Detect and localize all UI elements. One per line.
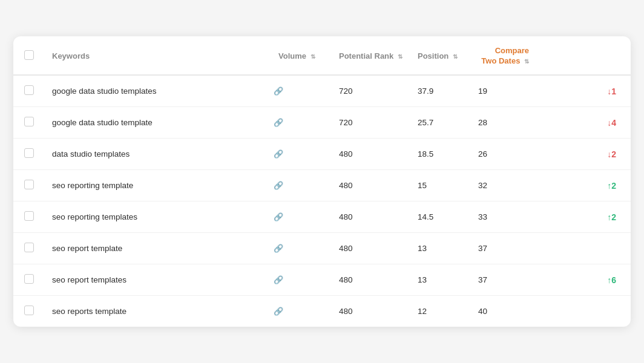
row-link-icon-cell[interactable]: 🔗: [271, 170, 332, 201]
link-icon[interactable]: 🔗: [274, 275, 283, 284]
compare-value: 2: [611, 181, 616, 191]
col-position-label: Position: [418, 51, 448, 60]
compare-value: 2: [611, 212, 616, 222]
table-row: google data studio templates🔗72037.919↓1: [13, 75, 631, 107]
row-link-icon-cell[interactable]: 🔗: [271, 201, 332, 233]
row-checkbox[interactable]: [24, 306, 34, 315]
row-checkbox[interactable]: [24, 117, 34, 126]
select-all-checkbox[interactable]: [24, 50, 34, 60]
row-keyword: google data studio templates: [41, 75, 271, 107]
row-potential-rank: 25.7: [410, 107, 471, 139]
row-volume: 480: [332, 296, 410, 327]
row-compare: ↓4: [544, 107, 631, 139]
row-volume: 480: [332, 170, 410, 201]
row-keyword: seo report template: [41, 233, 271, 264]
row-compare: ↓1: [544, 75, 631, 107]
row-link-icon-cell[interactable]: 🔗: [271, 75, 332, 107]
row-potential-rank: 15: [410, 170, 471, 201]
row-checkbox-cell: [13, 75, 41, 107]
row-compare: ↓2: [544, 139, 631, 170]
potential-sort-icon: ⇅: [398, 53, 402, 60]
row-checkbox[interactable]: [24, 274, 34, 284]
row-link-icon-cell[interactable]: 🔗: [271, 296, 332, 327]
table-row: google data studio template🔗72025.728↓4: [13, 107, 631, 139]
link-icon[interactable]: 🔗: [274, 181, 283, 190]
row-checkbox-cell: [13, 233, 41, 264]
col-header-position[interactable]: Position ⇅: [410, 36, 471, 76]
row-checkbox[interactable]: [24, 148, 34, 158]
link-icon[interactable]: 🔗: [274, 307, 283, 316]
table-row: seo reporting templates🔗48014.533↑2: [13, 201, 631, 233]
row-potential-rank: 14.5: [410, 201, 471, 233]
row-checkbox-cell: [13, 264, 41, 296]
compare-value: 2: [611, 149, 616, 159]
link-icon[interactable]: 🔗: [274, 212, 283, 221]
row-checkbox[interactable]: [24, 211, 34, 221]
row-link-icon-cell[interactable]: 🔗: [271, 139, 332, 170]
link-icon[interactable]: 🔗: [274, 149, 283, 159]
table-row: seo reporting template🔗4801532↑2: [13, 170, 631, 201]
table-row: seo report templates🔗4801337↑6: [13, 264, 631, 296]
row-link-icon-cell[interactable]: 🔗: [271, 264, 332, 296]
table-row: seo report template🔗4801337: [13, 233, 631, 264]
row-compare: [544, 296, 631, 327]
row-checkbox[interactable]: [24, 243, 34, 252]
row-position: 19: [471, 75, 544, 107]
row-keyword: seo report templates: [41, 264, 271, 296]
row-position: 28: [471, 107, 544, 139]
compare-value: 6: [611, 275, 616, 285]
row-link-icon-cell[interactable]: 🔗: [271, 107, 332, 139]
row-compare: [544, 233, 631, 264]
row-potential-rank: 37.9: [410, 75, 471, 107]
row-volume: 720: [332, 75, 410, 107]
row-checkbox-cell: [13, 107, 41, 139]
row-keyword: data studio templates: [41, 139, 271, 170]
row-position: 32: [471, 170, 544, 201]
row-position: 37: [471, 233, 544, 264]
col-header-keywords: Keywords: [41, 36, 271, 76]
table-row: seo reports template🔗4801240: [13, 296, 631, 327]
col-header-compare[interactable]: CompareTwo Dates ⇅: [471, 36, 544, 76]
row-volume: 480: [332, 201, 410, 233]
row-position: 40: [471, 296, 544, 327]
row-checkbox-cell: [13, 139, 41, 170]
row-checkbox-cell: [13, 296, 41, 327]
row-checkbox-cell: [13, 170, 41, 201]
link-icon[interactable]: 🔗: [274, 118, 283, 127]
position-sort-icon: ⇅: [453, 53, 458, 60]
row-potential-rank: 13: [410, 233, 471, 264]
row-link-icon-cell[interactable]: 🔗: [271, 233, 332, 264]
row-potential-rank: 13: [410, 264, 471, 296]
row-position: 37: [471, 264, 544, 296]
row-checkbox-cell: [13, 201, 41, 233]
link-icon[interactable]: 🔗: [274, 87, 283, 96]
row-volume: 720: [332, 107, 410, 139]
row-volume: 480: [332, 139, 410, 170]
row-checkbox[interactable]: [24, 180, 34, 189]
row-compare: ↑2: [544, 201, 631, 233]
row-keyword: seo reporting templates: [41, 201, 271, 233]
row-position: 33: [471, 201, 544, 233]
compare-value: 4: [611, 118, 616, 128]
header-checkbox-cell: [13, 36, 41, 76]
col-keywords-label: Keywords: [52, 51, 90, 60]
table-row: data studio templates🔗48018.526↓2: [13, 139, 631, 170]
row-potential-rank: 18.5: [410, 139, 471, 170]
col-header-potential[interactable]: Potential Rank ⇅: [332, 36, 410, 76]
compare-sort-icon: ⇅: [524, 57, 529, 65]
volume-sort-icon: ⇅: [310, 53, 315, 60]
col-volume-label: Volume: [278, 51, 306, 60]
row-keyword: seo reports template: [41, 296, 271, 327]
row-compare: ↑2: [544, 170, 631, 201]
col-header-volume[interactable]: Volume ⇅: [271, 36, 332, 76]
row-keyword: seo reporting template: [41, 170, 271, 201]
compare-value: 1: [611, 87, 616, 96]
link-icon[interactable]: 🔗: [274, 244, 283, 253]
row-position: 26: [471, 139, 544, 170]
row-checkbox[interactable]: [24, 85, 34, 95]
col-potential-label: Potential Rank: [339, 51, 393, 60]
row-volume: 480: [332, 233, 410, 264]
keywords-table: Keywords Volume ⇅ Potential Rank ⇅ Posit…: [13, 36, 631, 327]
row-keyword: google data studio template: [41, 107, 271, 139]
row-potential-rank: 12: [410, 296, 471, 327]
